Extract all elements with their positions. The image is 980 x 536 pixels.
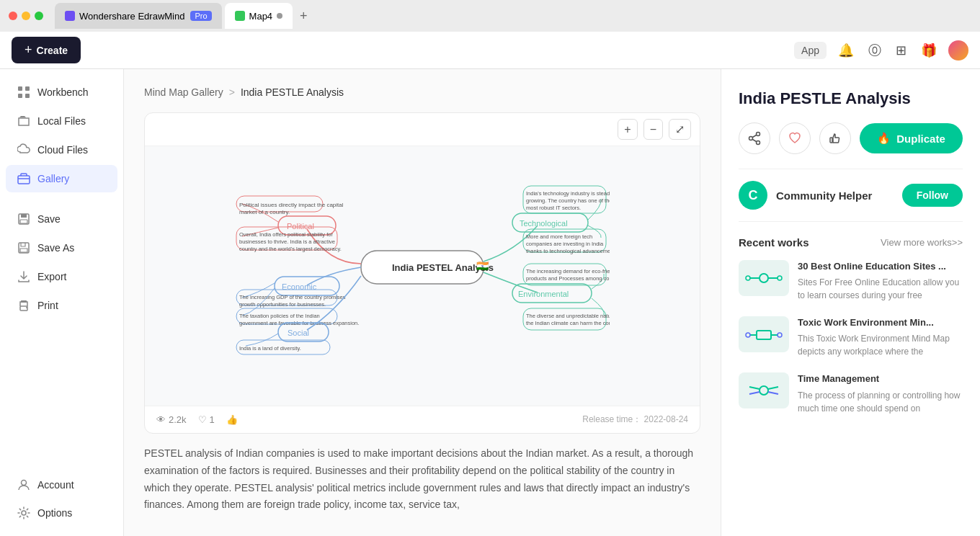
svg-text:India is a land of diversity.: India is a land of diversity.	[239, 345, 301, 352]
options-label: Options	[37, 507, 72, 519]
author-name: Community Helper	[776, 189, 894, 202]
account-icon	[17, 478, 30, 491]
svg-point-13	[22, 511, 26, 515]
avatar[interactable]	[948, 40, 968, 61]
help-button[interactable]: ⓪	[865, 39, 884, 62]
heart-icon: ♡	[198, 414, 207, 425]
recent-work-item[interactable]: 30 Best Online Education Sites ... Sites…	[739, 260, 963, 302]
recent-work-item-2[interactable]: Toxic Work Environment Min... This Toxic…	[739, 316, 963, 358]
follow-button[interactable]: Follow	[902, 184, 963, 207]
svg-text:Social: Social	[288, 329, 309, 337]
svg-rect-65	[757, 331, 771, 339]
svg-text:The increasing demand for eco-: The increasing demand for eco-friendly	[526, 268, 610, 274]
svg-text:🇮🇳: 🇮🇳	[476, 260, 489, 272]
svg-text:Environmental: Environmental	[518, 290, 569, 298]
gallery-icon	[17, 172, 30, 185]
sidebar-item-save[interactable]: Save	[6, 205, 117, 233]
sidebar-item-workbench[interactable]: Workbench	[6, 79, 117, 106]
local-files-icon	[17, 115, 30, 128]
panel-title: India PESTLE Analysis	[739, 89, 963, 108]
save-icon	[17, 213, 30, 225]
sidebar-item-options[interactable]: Options	[6, 499, 117, 527]
sidebar-item-export[interactable]: Export	[6, 263, 117, 290]
print-icon	[17, 299, 30, 312]
edrawmind-icon	[65, 11, 75, 21]
svg-rect-50	[523, 264, 606, 285]
gift-button[interactable]: 🎁	[918, 40, 940, 61]
tab-bar: Wondershare EdrawMind Pro Map4 +	[55, 3, 312, 29]
cloud-files-icon	[17, 143, 30, 156]
share-button[interactable]	[739, 122, 770, 154]
tab-edrawmind-label: Wondershare EdrawMind	[79, 11, 184, 22]
work-thumb-2	[739, 316, 789, 352]
sidebar-item-print[interactable]: Print	[6, 292, 117, 319]
svg-text:growing. The country has one o: growing. The country has one of the	[526, 197, 610, 204]
breadcrumb-parent[interactable]: Mind Map Gallery	[144, 86, 223, 98]
like-button[interactable]	[819, 122, 851, 154]
map4-icon	[235, 11, 245, 21]
release-time: Release time： 2022-08-24	[582, 414, 688, 426]
thumbsup-icon: 👍	[226, 414, 238, 425]
recent-works-title: Recent works	[739, 236, 809, 249]
close-window-button[interactable]	[9, 12, 17, 20]
work-title-3: Time Management	[798, 372, 963, 385]
zoom-in-button[interactable]: +	[618, 119, 637, 140]
love-button[interactable]	[779, 122, 811, 154]
action-row: 🔥 Duplicate	[739, 122, 963, 154]
svg-text:growth opportunities for busin: growth opportunities for businesses.	[239, 301, 326, 308]
create-label: Create	[37, 45, 68, 56]
like-count[interactable]: ♡ 1	[198, 414, 215, 425]
eye-icon: 👁	[156, 414, 166, 425]
svg-text:the Indian climate can harm th: the Indian climate can harm the companie…	[526, 320, 610, 326]
create-button[interactable]: + Create	[12, 37, 81, 63]
expand-button[interactable]: ⤢	[669, 119, 691, 140]
svg-rect-7	[20, 220, 27, 223]
minimize-window-button[interactable]	[22, 12, 30, 20]
tab-map4[interactable]: Map4	[225, 3, 293, 29]
sidebar-item-save-as[interactable]: Save As	[6, 234, 117, 262]
breadcrumb-current: India PESTLE Analysis	[241, 86, 344, 98]
svg-point-12	[22, 481, 27, 486]
new-tab-button[interactable]: +	[295, 9, 312, 24]
view-count: 👁 2.2k	[156, 414, 187, 425]
duplicate-button[interactable]: 🔥 Duplicate	[860, 123, 963, 153]
traffic-lights	[9, 12, 43, 20]
grid-button[interactable]: ⊞	[893, 40, 909, 61]
sidebar-item-cloud-files[interactable]: Cloud Files	[6, 136, 117, 164]
titlebar: Wondershare EdrawMind Pro Map4 +	[0, 0, 980, 32]
recent-works-header: Recent works View more works>>	[739, 236, 963, 249]
save-label: Save	[37, 213, 61, 225]
view-number: 2.2k	[169, 414, 187, 425]
sidebar-bottom: Account Options	[0, 470, 123, 527]
export-label: Export	[37, 271, 66, 282]
sidebar-item-local-files[interactable]: Local Files	[6, 107, 117, 135]
svg-text:India's technology industry is: India's technology industry is steadily	[526, 190, 610, 197]
create-plus-icon: +	[24, 43, 32, 58]
fire-icon: 🔥	[877, 132, 891, 145]
svg-point-70	[760, 386, 768, 395]
svg-text:The increasing GDP of the coun: The increasing GDP of the country promis…	[239, 294, 346, 300]
zoom-out-button[interactable]: −	[643, 119, 663, 140]
svg-text:most robust IT sectors.: most robust IT sectors.	[526, 205, 581, 211]
view-more-link[interactable]: View more works>>	[881, 237, 963, 248]
notification-button[interactable]: 🔔	[835, 40, 857, 61]
pro-badge: Pro	[190, 11, 211, 21]
sidebar-item-account[interactable]: Account	[6, 471, 117, 499]
svg-point-60	[760, 274, 768, 282]
thumbs-up-stat[interactable]: 👍	[226, 414, 238, 425]
svg-text:Overall, India offers politica: Overall, India offers political stabilit…	[239, 231, 333, 238]
svg-text:businesses to thrive. India is: businesses to thrive. India is a attract…	[239, 238, 335, 245]
tab-edrawmind[interactable]: Wondershare EdrawMind Pro	[55, 3, 222, 29]
svg-rect-2	[18, 94, 22, 98]
sidebar-item-gallery[interactable]: Gallery	[6, 165, 117, 192]
svg-text:products and Processes among c: products and Processes among consumers	[526, 275, 610, 282]
app-label[interactable]: App	[794, 42, 827, 59]
map-stats: 👁 2.2k ♡ 1 👍 Release time： 2022-08-24	[145, 406, 700, 433]
svg-line-73	[749, 392, 760, 394]
content-area: Mind Map Gallery > India PESTLE Analysis…	[124, 69, 721, 536]
recent-work-item-3[interactable]: Time Management The process of planning …	[739, 372, 963, 414]
svg-text:companies are investing in Ind: companies are investing in India	[526, 241, 604, 247]
svg-rect-9	[20, 306, 27, 311]
maximize-window-button[interactable]	[35, 12, 43, 20]
description-text: PESTEL analysis of Indian companies is u…	[144, 445, 700, 514]
